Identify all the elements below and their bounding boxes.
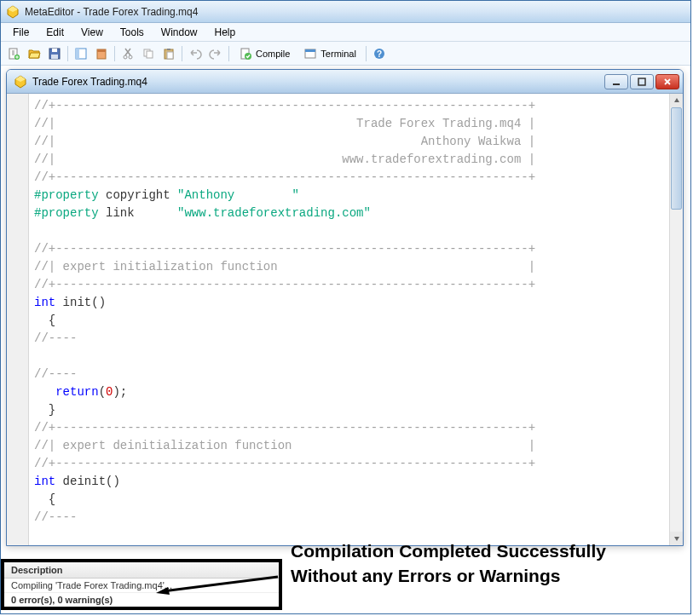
output-row-compiling[interactable]: Compiling 'Trade Forex Trading.mq4'... [4,579,279,593]
menu-file[interactable]: File [4,25,38,40]
document-titlebar[interactable]: Trade Forex Trading.mq4 [7,70,683,94]
document-title: Trade Forex Trading.mq4 [32,76,604,88]
annotation-line2: Without any Errors or Warnings [291,564,606,588]
terminal-label: Terminal [321,49,356,59]
svg-text:?: ? [377,49,382,59]
menu-tools[interactable]: Tools [112,25,153,40]
output-row-result[interactable]: 0 error(s), 0 warning(s) [4,593,279,607]
output-panel: ✕ Description Compiling 'Trade Forex Tra… [1,559,282,610]
menu-view[interactable]: View [72,25,112,40]
save-file-button[interactable] [45,44,64,63]
toolbar-separator [366,46,367,61]
menubar: File Edit View Tools Window Help [1,23,690,42]
toolbar-separator [228,46,229,61]
document-icon [14,75,27,89]
toolbar: Compile Terminal ? [1,42,690,66]
svg-rect-27 [638,78,645,85]
menu-window[interactable]: Window [153,25,206,40]
output-close-icon[interactable]: ✕ [0,561,3,571]
menu-help[interactable]: Help [206,25,245,40]
scrollbar-thumb[interactable] [671,107,682,210]
maximize-button[interactable] [630,74,654,89]
cut-button[interactable] [118,44,137,63]
app-window: MetaEditor - Trade Forex Trading.mq4 Fil… [0,0,691,614]
svg-rect-16 [167,49,170,50]
close-button[interactable] [655,74,679,89]
svg-point-11 [124,55,127,59]
copy-button[interactable] [139,44,158,63]
svg-rect-6 [51,55,58,59]
svg-point-12 [129,55,132,59]
terminal-button[interactable]: Terminal [297,44,362,63]
svg-marker-28 [674,98,679,102]
scroll-up-icon[interactable] [670,94,683,107]
svg-rect-26 [613,83,620,85]
titlebar: MetaEditor - Trade Forex Trading.mq4 [1,1,690,23]
code-editor[interactable]: //+-------------------------------------… [7,94,683,545]
app-icon [6,5,20,19]
compile-button[interactable]: Compile [233,44,296,63]
compile-label: Compile [256,49,290,59]
redo-button[interactable] [206,44,225,63]
toolbar-separator [67,46,68,61]
minimize-button[interactable] [604,74,628,89]
scroll-down-icon[interactable] [670,532,683,545]
svg-rect-5 [52,49,57,52]
svg-rect-14 [147,51,153,58]
undo-button[interactable] [186,44,205,63]
editor-gutter [7,94,29,545]
mdi-area: Trade Forex Trading.mq4 //+-------------… [1,66,690,613]
toolbar-separator [114,46,115,61]
paste-button[interactable] [159,44,178,63]
open-file-button[interactable] [25,44,43,63]
svg-rect-17 [167,52,173,59]
navigator-button[interactable] [72,44,90,63]
window-controls [604,74,679,89]
output-header[interactable]: Description [4,562,279,579]
svg-rect-8 [76,49,79,59]
code-content[interactable]: //+-------------------------------------… [29,94,669,545]
svg-rect-10 [97,49,106,52]
scrollbar-track[interactable] [670,107,683,532]
document-window: Trade Forex Trading.mq4 //+-------------… [6,69,684,546]
annotation-line1: Compilation Completed Successfully [291,539,606,563]
vertical-scrollbar[interactable] [669,94,683,545]
toolbox-button[interactable] [92,44,111,63]
svg-marker-29 [674,537,679,541]
menu-edit[interactable]: Edit [38,25,72,40]
toolbar-separator [182,46,182,61]
help-button[interactable]: ? [370,44,389,63]
new-file-button[interactable] [4,44,23,63]
svg-rect-21 [305,49,315,52]
app-title: MetaEditor - Trade Forex Trading.mq4 [25,6,198,18]
annotation-text: Compilation Completed Successfully Witho… [291,539,606,588]
